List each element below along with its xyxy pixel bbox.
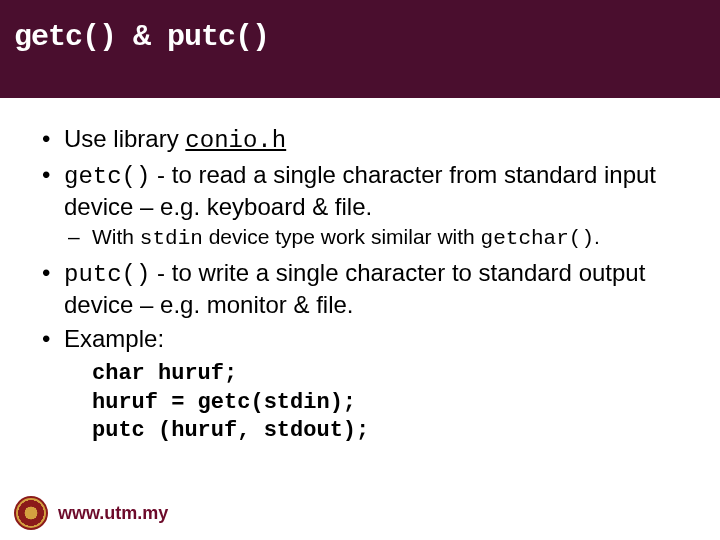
bullet-2-sublist: With stdin device type work similar with… — [64, 224, 684, 252]
code-line-2: huruf = getc(stdin); — [92, 389, 684, 418]
bullet-3: putc() - to write a single character to … — [36, 258, 684, 320]
bullet-1: Use library conio.h — [36, 124, 684, 156]
bullet-2-sub-code1: stdin — [140, 227, 203, 250]
bullet-3-code: putc() — [64, 261, 150, 288]
slide-content: Use library conio.h getc() - to read a s… — [0, 98, 720, 446]
bullet-2-post: - to read a single character from standa… — [64, 161, 656, 220]
footer: www.utm.my — [14, 496, 168, 530]
title-bar: getc() & putc() — [0, 0, 720, 98]
bullet-2-sub: With stdin device type work similar with… — [64, 224, 684, 252]
code-example: char huruf; huruf = getc(stdin); putc (h… — [36, 360, 684, 446]
bullet-list: Use library conio.h getc() - to read a s… — [36, 124, 684, 354]
bullet-1-pre: Use library — [64, 125, 185, 152]
code-line-1: char huruf; — [92, 360, 684, 389]
code-line-3: putc (huruf, stdout); — [92, 417, 684, 446]
bullet-2-sub-post: . — [594, 225, 600, 248]
bullet-2-sub-mid: device type work similar with — [203, 225, 481, 248]
bullet-2-code: getc() — [64, 163, 150, 190]
bullet-1-code: conio.h — [185, 127, 286, 154]
utm-logo-icon — [14, 496, 48, 530]
bullet-3-post: - to write a single character to standar… — [64, 259, 645, 318]
footer-url: www.utm.my — [58, 503, 168, 524]
bullet-2-sub-pre: With — [92, 225, 140, 248]
bullet-2: getc() - to read a single character from… — [36, 160, 684, 252]
slide-title: getc() & putc() — [14, 20, 269, 54]
bullet-4-text: Example: — [64, 325, 164, 352]
bullet-2-sub-code2: getchar() — [481, 227, 594, 250]
bullet-4: Example: — [36, 324, 684, 354]
